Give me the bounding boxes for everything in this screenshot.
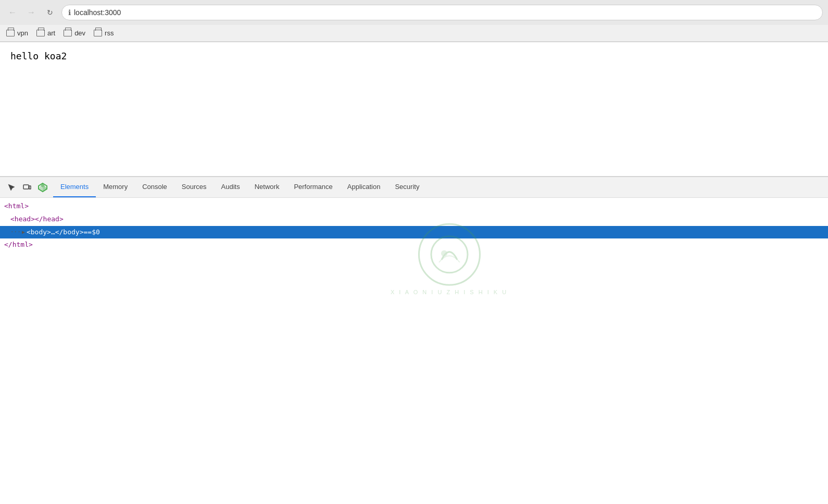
address-text: localhost:3000 [74,8,121,17]
devtools-toolbar: Elements Memory Console Sources Audits N… [0,177,828,198]
nav-bar: ← → ↻ ℹ localhost:3000 [0,0,828,25]
device-icon [23,183,31,192]
main-content: hello koa2 [0,42,828,177]
bookmark-dev[interactable]: dev [64,29,85,37]
expand-dots: ··· [10,228,21,237]
devtools-tabs: Elements Memory Console Sources Audits N… [53,177,426,197]
head-tag: <head></head> [10,214,64,225]
tab-sources[interactable]: Sources [174,177,214,197]
bookmark-label: rss [105,29,114,37]
folder-icon [94,30,102,36]
tab-performance[interactable]: Performance [286,177,340,197]
bookmarks-bar: vpn art dev rss [0,25,828,42]
forward-button[interactable]: → [24,5,39,20]
address-bar[interactable]: ℹ localhost:3000 [61,5,823,20]
bookmark-vpn[interactable]: vpn [6,29,28,37]
bookmark-label: art [47,29,55,37]
device-toolbar-button[interactable] [20,180,34,195]
tab-audits[interactable]: Audits [214,177,247,197]
body-close-tag: </body> [55,227,84,238]
html-open-tag: <html> [4,201,29,212]
element-picker-button[interactable] [4,180,19,195]
svg-rect-1 [29,186,31,189]
bookmark-art[interactable]: art [36,29,55,37]
reload-button[interactable]: ↻ [43,5,57,20]
polymer-button[interactable] [35,180,50,195]
folder-icon [6,30,15,36]
tab-memory[interactable]: Memory [96,177,135,197]
body-ellipsis: … [51,227,55,238]
back-button[interactable]: ← [5,5,20,20]
bookmark-rss[interactable]: rss [94,29,114,37]
devtools-panel: Elements Memory Console Sources Audits N… [0,177,828,504]
page-text: hello koa2 [10,51,67,61]
devtools-elements-panel: <html> <head></head> ··· ▶ <body> … </bo… [0,198,828,504]
folder-icon [64,30,72,36]
dom-html-tag[interactable]: <html> [0,200,828,213]
bookmark-label: dev [74,29,85,37]
bookmark-label: vpn [17,29,28,37]
svg-rect-0 [23,185,29,189]
tab-application[interactable]: Application [340,177,388,197]
folder-icon [36,30,45,36]
html-close-tag: </html> [4,240,33,250]
equals-sign: == [84,227,92,238]
tab-console[interactable]: Console [135,177,174,197]
dom-html-close-tag[interactable]: </html> [0,238,828,251]
tab-security[interactable]: Security [387,177,426,197]
body-open-tag: <body> [27,227,51,238]
expand-arrow[interactable]: ▶ [22,228,25,236]
tab-elements[interactable]: Elements [53,177,96,197]
dom-head-tag[interactable]: <head></head> [0,213,828,226]
cursor-icon [7,183,16,192]
browser-chrome: ← → ↻ ℹ localhost:3000 vpn art dev rss [0,0,828,42]
dollar-zero: $0 [92,227,100,238]
info-icon: ℹ [68,8,71,17]
tab-network[interactable]: Network [247,177,287,197]
dom-body-tag[interactable]: ··· ▶ <body> … </body> == $0 [0,226,828,239]
polymer-icon [37,182,48,193]
